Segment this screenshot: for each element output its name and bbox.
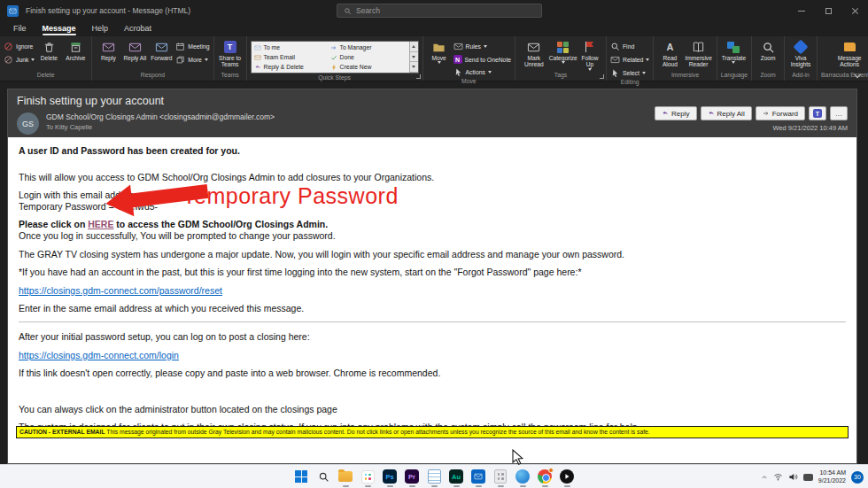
quick-step-to-me[interactable]: To me [254,43,330,52]
chrome-button[interactable] [536,468,554,486]
notepad-button[interactable] [425,468,444,486]
share-to-teams-button[interactable]: TShare to Teams [218,38,243,68]
mark-unread-button[interactable]: Mark Unread [519,38,549,68]
taskbar-search-button[interactable] [314,468,333,486]
collapse-ribbon-button[interactable] [855,71,861,77]
reply-button[interactable]: Reply [96,38,120,61]
premiere-button[interactable]: Pr [403,468,422,486]
chevron-down-icon [31,58,35,61]
reply-all-button[interactable]: Reply All [122,38,147,61]
chrome-icon [538,469,552,484]
slack-button[interactable] [359,468,377,486]
reply-header-button[interactable]: Reply [655,106,696,120]
quick-step-team-email[interactable]: Team Email [254,52,330,62]
outlook-button[interactable] [469,468,488,486]
minimize-button[interactable] [788,0,815,21]
related-button[interactable]: Related [610,55,649,65]
hidden-icons-chevron[interactable] [761,474,768,481]
viva-insights-button[interactable]: Viva Insights [788,38,813,68]
quick-steps-dialog-launcher[interactable] [416,74,421,79]
audition-button[interactable]: Au [447,468,466,486]
quick-step-create-new[interactable]: Create New [330,62,407,72]
sender-avatar[interactable]: GS [17,112,39,135]
tags-dialog-launcher[interactable] [600,74,604,79]
archive-button[interactable]: Archive [63,38,88,61]
zoom-button[interactable]: Zoom [756,38,780,61]
ignore-button[interactable]: Ignore [4,42,35,51]
ribbon-group-zoom: Zoom Zoom [752,36,785,81]
maximize-button[interactable] [815,0,841,21]
junk-button[interactable]: Junk [4,55,35,65]
gallery-more-button[interactable] [410,62,418,73]
start-button[interactable] [292,468,311,486]
reply-icon [102,41,115,54]
divider [19,321,846,322]
actions-icon [453,67,463,77]
close-button[interactable] [841,0,868,21]
delete-button[interactable]: Delete [36,38,61,61]
translate-button[interactable]: Translate [721,38,747,64]
tab-message[interactable]: Message [35,22,84,36]
ribbon-group-respond: Reply Reply All Forward Meeting More Res… [92,36,213,81]
more-respond-button[interactable]: More [175,55,209,65]
wifi-icon[interactable] [773,472,783,482]
windows-logo-icon [295,470,307,483]
search-placeholder: Search [356,6,380,15]
zoom-icon [762,41,775,54]
viva-insights-icon [794,40,809,55]
sender-line: GDM School/Org Closings Admin <closingsa… [46,112,275,121]
quick-step-done[interactable]: Done [330,52,407,62]
scroll-up-button[interactable] [410,42,418,52]
scroll-down-button[interactable] [410,52,418,63]
related-icon [610,55,620,65]
quick-steps-gallery: To me Team Email Reply & Delete To Manag… [251,41,419,74]
triangle-up-icon [412,45,415,48]
more-actions-button[interactable]: … [830,106,848,120]
select-button[interactable]: Select [610,68,649,78]
rules-icon [453,42,463,51]
photoshop-button[interactable]: Ps [381,468,399,486]
rules-button[interactable]: Rules [453,42,512,51]
search-input[interactable]: Search [337,4,542,18]
calculator-button[interactable] [492,468,510,486]
tab-file[interactable]: File [5,22,35,36]
file-explorer-button[interactable] [337,468,355,486]
reply-all-icon [708,110,715,117]
media-player-button[interactable] [558,468,577,486]
outlook-message-icon [7,5,19,17]
quick-step-reply-delete[interactable]: Reply & Delete [254,62,330,72]
quick-step-to-manager[interactable]: To Manager [330,43,407,52]
tab-help[interactable]: Help [84,22,117,36]
tab-acrobat[interactable]: Acrobat [116,22,159,36]
follow-up-button[interactable]: Follow Up [577,38,602,71]
find-button[interactable]: Find [610,42,649,51]
login-link[interactable]: https://closings.gdm-connect.com/login [19,350,179,360]
chevron-down-icon [562,61,565,64]
ignore-icon [4,42,13,51]
forward-header-button[interactable]: Forward [756,106,805,120]
categorize-button[interactable]: Categorize [551,38,576,64]
slack-icon [361,470,375,484]
forward-icon [155,41,168,54]
ribbon-group-delete: Ignore Junk Delete Archive Delete [0,36,92,81]
notification-badge[interactable]: 30 [851,471,864,484]
speaker-icon[interactable] [788,472,798,482]
actions-button[interactable]: Actions [453,67,512,77]
tray-app-icon[interactable] [803,474,813,481]
check-icon [330,54,337,61]
meeting-button[interactable]: Meeting [175,42,209,51]
send-to-onenote-button[interactable]: NSend to OneNote [453,55,512,64]
skype-button[interactable] [514,468,532,486]
message-actions-button[interactable]: Message Actions [833,38,865,68]
clock[interactable]: 10:54 AM 9/21/2022 [818,469,846,485]
ribbon-tabs: File Message Help Acrobat [0,21,868,36]
read-aloud-button[interactable]: ARead Aloud [657,38,682,68]
move-button[interactable]: Move [427,38,452,64]
reply-all-header-button[interactable]: Reply All [701,106,752,120]
body-paragraph: Once you log in successfully, You will b… [19,230,846,242]
password-reset-link[interactable]: https://closings.gdm-connect.com/passwor… [19,285,222,296]
forward-button[interactable]: Forward [149,38,174,61]
body-paragraph: After your initial password setup, you c… [19,331,846,343]
immersive-reader-button[interactable]: Immersive Reader [684,38,712,68]
share-to-teams-header-button[interactable]: T [809,106,826,120]
